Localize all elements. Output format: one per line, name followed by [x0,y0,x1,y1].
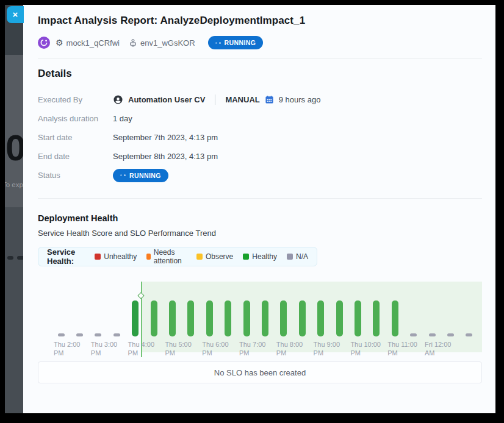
background-dash [7,256,13,260]
pipeline-meta: ⚙ mock1_qCRfwi [56,38,120,48]
health-bar-na[interactable] [447,333,454,336]
legend-label: Healthy [252,252,277,261]
legend-item: N/A [287,252,308,261]
legend-item: Unhealthy [95,252,137,261]
health-bar-na[interactable] [410,333,417,336]
pipeline-name: mock1_qCRfwi [67,38,120,48]
detail-row: Analysis duration1 day [38,109,482,128]
legend-label: Unhealthy [104,252,137,261]
details-heading: Details [38,68,482,80]
slo-empty-state: No SLO has been created [38,361,482,383]
page-title: Impact Analysis Report: AnalyzeDeploymen… [38,15,482,27]
dimmed-page-backdrop: 0 To exp [5,5,23,413]
executed-by-row: Executed By Automation User CV MANUAL [38,90,482,109]
legend-label: Needs attention [154,248,187,265]
health-bar-healthy[interactable] [169,300,176,336]
gear-icon: ⚙ [56,38,63,47]
legend-swatch-icon [146,254,150,260]
status-badge: RUNNING [208,36,264,49]
deployment-health-heading: Deployment Health [38,213,482,223]
x-axis-tick-label: Thu 8:00PM [276,340,303,357]
health-bar-healthy[interactable] [206,300,213,336]
health-bar-healthy[interactable] [355,300,361,336]
environment-meta: env1_wGsKOR [129,38,195,48]
divider [38,198,482,199]
executed-time: 9 hours ago [279,95,321,104]
legend-item: Healthy [243,252,277,261]
report-meta-row: ⚙ mock1_qCRfwi env1_wGsKOR RUNNING [38,36,482,49]
slo-empty-message: No SLO has been created [214,368,306,377]
health-bar-healthy[interactable] [280,300,287,336]
environment-name: env1_wGsKOR [140,38,195,48]
x-axis-tick-label: Thu 11:00PM [387,340,417,357]
x-axis-tick-label: Thu 6:00PM [202,340,228,357]
legend-swatch-icon [287,254,293,260]
health-bar-healthy[interactable] [132,300,139,336]
running-dot [215,42,217,44]
x-axis-tick-label: Thu 4:00PM [128,340,154,357]
health-bar-na[interactable] [76,333,83,336]
background-text-fragment: To exp [5,181,23,188]
running-dot [219,42,221,44]
health-bar-na[interactable] [58,333,65,336]
executed-by-user: Automation User CV [128,95,205,104]
detail-row: End dateSeptember 8th 2023, 4:13 pm [38,147,482,166]
health-bar-na[interactable] [95,333,101,336]
vertical-divider [215,94,215,105]
legend-swatch-icon [196,254,203,260]
health-bar-healthy[interactable] [392,300,398,336]
legend-label: N/A [296,252,308,261]
status-row: Status RUNNING [38,166,482,185]
detail-row: Start dateSeptember 7th 2023, 4:13 pm [38,128,482,147]
calendar-icon [265,95,274,104]
health-chart: Thu 2:00PMThu 3:00PMThu 4:00PMThu 5:00PM… [38,274,482,357]
detail-value: 1 day [113,114,132,123]
user-icon [113,94,123,105]
running-dot [124,174,126,176]
health-bar-healthy[interactable] [299,300,306,336]
legend-swatch-icon [95,254,101,260]
trigger-type: MANUAL [225,95,259,104]
health-bar-healthy[interactable] [336,300,343,336]
x-axis-tick-label: Thu 9:00PM [314,340,340,357]
background-dash [17,256,23,260]
x-axis-tick-label: Thu 2:00PM [54,340,80,357]
health-bar-na[interactable] [113,333,120,336]
close-button[interactable]: × [7,6,24,23]
details-grid: Executed By Automation User CV MANUAL [38,90,482,185]
detail-label: Status [38,171,113,180]
chart-subtitle: Service Health Score and SLO Performance… [38,229,482,238]
health-bar-na[interactable] [466,333,472,336]
health-bar-healthy[interactable] [262,300,268,336]
health-bar-healthy[interactable] [225,300,231,336]
x-axis-tick-label: Fri 12:00AM [425,340,451,357]
legend-item: Observe [196,252,233,261]
detail-value: September 8th 2023, 4:13 pm [113,152,218,161]
legend-title: Service Health: [47,247,85,266]
status-badge: RUNNING [113,169,168,182]
detail-label: Executed By [38,95,113,104]
x-axis-tick-label: Thu 5:00PM [165,340,191,357]
health-bar-na[interactable] [429,333,436,336]
background-number-fragment: 0 [5,127,23,169]
x-axis-tick-label: Thu 10:00PM [350,340,381,357]
legend-item: Needs attention [146,248,187,265]
impact-analysis-drawer: Impact Analysis Report: AnalyzeDeploymen… [23,5,495,413]
health-bar-healthy[interactable] [187,300,194,336]
health-bar-healthy[interactable] [373,300,380,336]
detail-value: September 7th 2023, 4:13 pm [113,133,218,142]
health-bar-healthy[interactable] [151,300,157,336]
detail-label: End date [38,152,113,161]
running-dot [120,174,122,176]
divider [38,58,482,59]
x-axis-tick-label: Thu 7:00PM [239,340,265,357]
detail-label: Start date [38,133,113,142]
detail-rows: Analysis duration1 dayStart dateSeptembe… [38,109,482,166]
environment-icon [129,38,137,47]
service-health-legend: Service Health: UnhealthyNeeds attention… [38,247,317,266]
legend-swatch-icon [243,254,249,260]
detail-label: Analysis duration [38,114,113,123]
legend-label: Observe [206,252,233,261]
health-bar-healthy[interactable] [243,300,250,336]
health-bar-healthy[interactable] [317,300,324,336]
